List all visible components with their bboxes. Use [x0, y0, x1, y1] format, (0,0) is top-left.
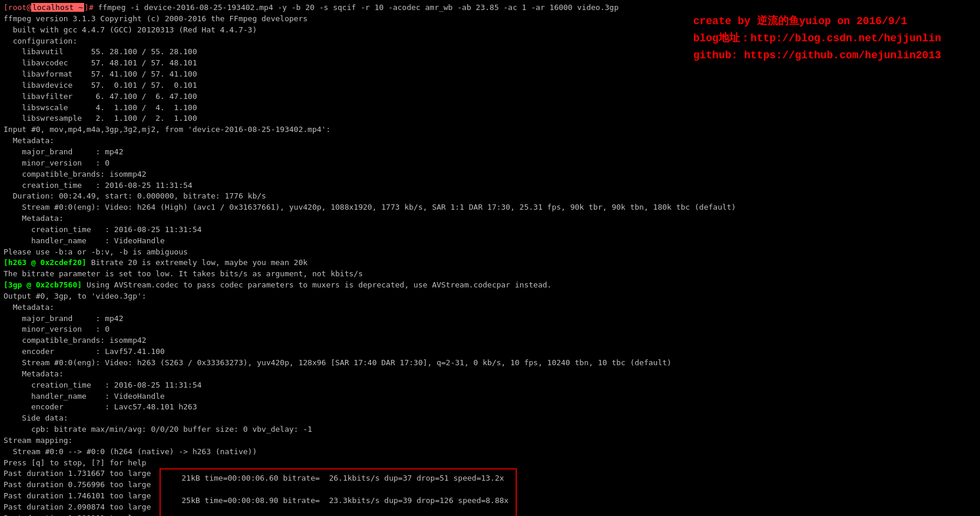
terminal-container: create by 逆流的鱼yuiop on 2016/9/1 blog地址：h…	[4, 2, 976, 516]
duration-lines: Past duration 1.731667 too large Past du…	[4, 468, 160, 516]
watermark: create by 逆流的鱼yuiop on 2016/9/1 blog地址：h…	[693, 13, 941, 64]
watermark-text2: blog地址：http://blog.csdn.net/hejjunlin	[693, 32, 941, 44]
prompt-user: [root@localhost ~]#	[4, 3, 94, 12]
warning-h263: [h263 @ 0x2cdef20]	[4, 258, 87, 267]
mixed-section: Past duration 1.731667 too large Past du…	[4, 468, 976, 516]
warning-3gp: [3gp @ 0x2cb7560]	[4, 280, 82, 289]
watermark-line1: create by 逆流的鱼yuiop on 2016/9/1	[693, 13, 941, 30]
watermark-text3: github: https://github.com/hejunlin2013	[693, 49, 941, 61]
terminal-output: [root@localhost ~]# ffmpeg -i device-201…	[4, 2, 976, 468]
duration-pre: Past duration 1.731667 too large Past du…	[4, 468, 160, 516]
watermark-line2: blog地址：http://blog.csdn.net/hejjunlin	[693, 30, 941, 47]
watermark-line3: github: https://github.com/hejunlin2013	[693, 47, 941, 64]
command-text: ffmpeg -i device-2016-08-25-193402.mp4 -…	[94, 3, 619, 12]
ffmpeg-version: ffmpeg version 3.1.3 Copyright (c) 2000-…	[4, 14, 308, 23]
watermark-text1: create by 逆流的鱼yuiop on 2016/9/1	[693, 15, 908, 27]
boxed-pre: 21kB time=00:00:06.60 bitrate= 26.1kbits…	[168, 473, 509, 516]
boxed-stats: 21kB time=00:00:06.60 bitrate= 26.1kbits…	[160, 468, 517, 516]
